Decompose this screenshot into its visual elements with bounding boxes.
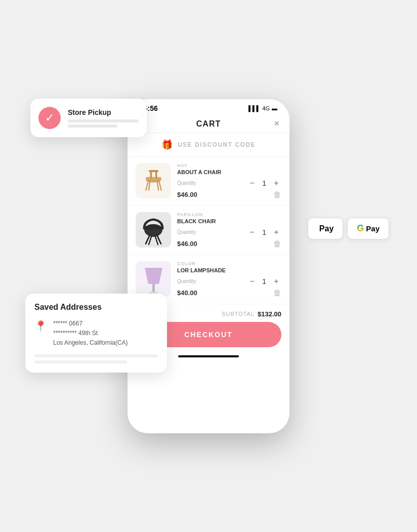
qty-increase-3[interactable]: +: [271, 276, 281, 287]
trash-icon-2[interactable]: 🗑: [273, 239, 281, 249]
address-divider-2: [34, 360, 127, 363]
price-row-1: $46.00 🗑: [177, 190, 281, 199]
signal-icon: ▌▌▌: [248, 105, 260, 111]
qty-increase-1[interactable]: +: [271, 178, 281, 188]
item-price-2: $46.00: [177, 240, 197, 248]
item-details-2: PAPILLON BLACK CHAIR Quantity − 1 + $46.…: [177, 212, 281, 249]
item-name-2: BLACK CHAIR: [177, 218, 281, 224]
subtotal-label: SUBTOTAL: [222, 311, 255, 317]
pin-icon: 📍: [34, 320, 47, 348]
item-brand-2: PAPILLON: [177, 212, 281, 217]
black-chair-svg: [138, 213, 169, 246]
cart-header: CART ×: [128, 115, 289, 133]
quantity-row-3: Quantity − 1 +: [177, 276, 281, 287]
qty-decrease-2[interactable]: −: [247, 227, 257, 237]
item-name-3: LOR LAMPSHADE: [177, 267, 281, 273]
svg-rect-4: [148, 170, 158, 172]
pickup-icon-circle: ✓: [38, 107, 61, 129]
qty-label-3: Quantity: [177, 278, 196, 284]
lampshade-svg: [140, 264, 168, 294]
google-pay-button[interactable]: G Pay: [347, 218, 389, 239]
google-pay-logo: G Pay: [357, 223, 380, 234]
qty-number-3: 1: [262, 277, 266, 285]
store-pickup-card: ✓ Store Pickup: [30, 99, 147, 137]
home-indicator: [178, 355, 239, 357]
saved-addresses-card: Saved Addresses 📍 ****** 0667 **********…: [25, 294, 167, 373]
pickup-title: Store Pickup: [68, 108, 139, 116]
qty-controls-1: − 1 +: [247, 178, 281, 188]
address-line-2: ********** 49th St: [53, 329, 158, 338]
address-dividers: [34, 354, 158, 363]
google-pay-label: Pay: [366, 224, 380, 233]
phone-frame: 15:56 ▌▌▌ 4G ▬ CART × 🎁 USE DISCOUNT COD…: [128, 99, 289, 433]
qty-controls-3: − 1 +: [247, 276, 281, 287]
item-details-3: COLOR LOR LAMPSHADE Quantity − 1 + $40.0…: [177, 261, 281, 298]
item-image-1: [136, 163, 171, 198]
qty-controls-2: − 1 +: [247, 227, 281, 237]
qty-decrease-1[interactable]: −: [247, 178, 257, 188]
checkmark-icon: ✓: [45, 111, 54, 125]
g-letter: G: [357, 223, 364, 234]
address-divider-1: [34, 354, 158, 357]
network-icon: 4G: [262, 105, 270, 111]
svg-line-6: [158, 181, 161, 190]
gift-icon: 🎁: [161, 139, 173, 150]
pickup-lines: [68, 119, 139, 128]
trash-icon-3[interactable]: 🗑: [273, 289, 281, 298]
cart-item-1: HAY ABOUT A CHAIR Quantity − 1 + $46.00 …: [128, 157, 289, 206]
battery-icon: ▬: [272, 105, 277, 111]
status-bar: 15:56 ▌▌▌ 4G ▬: [128, 99, 289, 115]
wood-chair-svg: [140, 167, 168, 194]
pickup-line-2: [68, 125, 117, 128]
status-icons: ▌▌▌ 4G ▬: [248, 105, 277, 111]
qty-increase-2[interactable]: +: [271, 227, 281, 237]
pickup-line-1: [68, 119, 139, 122]
quantity-row-1: Quantity − 1 +: [177, 178, 281, 188]
subtotal-amount: $132.00: [258, 310, 281, 318]
qty-label-2: Quantity: [177, 229, 196, 235]
qty-label-1: Quantity: [177, 180, 196, 186]
qty-number-1: 1: [262, 179, 266, 187]
item-price-3: $40.00: [177, 289, 197, 297]
apple-pay-button[interactable]: Pay: [308, 218, 343, 239]
cart-title: CART: [196, 119, 221, 129]
address-line-1: ****** 0667: [53, 319, 158, 329]
checkout-label: CHECKOUT: [184, 331, 232, 339]
discount-label: USE DISCOUNT CODE: [178, 141, 256, 148]
qty-number-2: 1: [262, 228, 266, 236]
quantity-row-2: Quantity − 1 +: [177, 227, 281, 237]
svg-line-5: [146, 181, 148, 190]
trash-icon-1[interactable]: 🗑: [273, 190, 281, 199]
item-image-3: [136, 261, 171, 297]
addresses-title: Saved Addresses: [34, 303, 158, 312]
apple-pay-label: Pay: [319, 224, 333, 233]
pickup-info: Store Pickup: [68, 108, 139, 128]
svg-rect-1: [146, 177, 161, 181]
item-brand-1: HAY: [177, 163, 281, 168]
address-entry: 📍 ****** 0667 ********** 49th St Los Ang…: [34, 319, 158, 348]
item-name-1: ABOUT A CHAIR: [177, 169, 281, 175]
qty-decrease-3[interactable]: −: [247, 276, 257, 287]
discount-bar[interactable]: 🎁 USE DISCOUNT CODE: [128, 133, 289, 157]
price-row-3: $40.00 🗑: [177, 289, 281, 298]
apple-pay-logo: Pay: [317, 224, 333, 233]
item-image-2: [136, 212, 171, 248]
price-row-2: $46.00 🗑: [177, 239, 281, 249]
address-lines: ****** 0667 ********** 49th St Los Angel…: [53, 319, 158, 348]
close-button[interactable]: ×: [274, 118, 279, 129]
cart-item-2: PAPILLON BLACK CHAIR Quantity − 1 + $46.…: [128, 206, 289, 255]
item-price-1: $46.00: [177, 191, 197, 198]
address-line-3: Los Angeles, California(CA): [53, 338, 158, 348]
item-brand-3: COLOR: [177, 261, 281, 266]
item-details-1: HAY ABOUT A CHAIR Quantity − 1 + $46.00 …: [177, 163, 281, 199]
payment-methods-card: Pay G Pay: [308, 218, 389, 239]
